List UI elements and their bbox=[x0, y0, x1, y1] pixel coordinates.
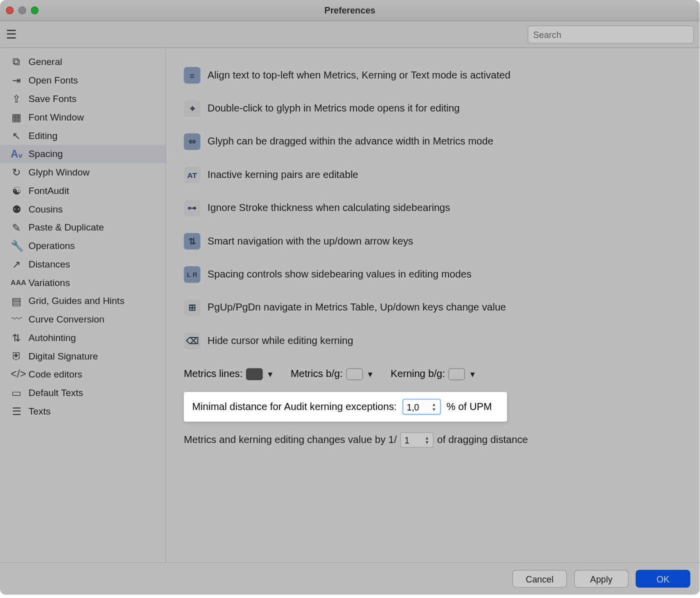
sidebar-item-operations[interactable]: 🔧Operations bbox=[0, 236, 166, 255]
drag-label-post: of dragging distance bbox=[437, 434, 528, 446]
font-window-icon: ▦ bbox=[10, 110, 22, 124]
arrows-updown-icon: ⇅ bbox=[184, 233, 200, 250]
audit-distance-value: 1,0 bbox=[406, 402, 419, 412]
audit-distance-row: Minimal distance for Audit kerning excep… bbox=[184, 392, 507, 422]
sidebar-item-paste-duplicate[interactable]: ✎Paste & Duplicate bbox=[0, 218, 166, 236]
sidebar-item-label: Glyph Window bbox=[28, 167, 90, 178]
option-show-sidebearing[interactable]: L R Spacing controls show sidebearing va… bbox=[184, 260, 682, 289]
default-texts-icon: ▭ bbox=[10, 386, 22, 400]
glyph-window-icon: ↻ bbox=[10, 166, 22, 178]
open-icon: ⇥ bbox=[10, 74, 22, 87]
sidebar-item-label: Texts bbox=[28, 406, 50, 416]
sidebar-item-glyph-window[interactable]: ↻Glyph Window bbox=[0, 163, 166, 182]
option-label: Ignore Stroke thickness when calculating… bbox=[208, 202, 450, 214]
kerning-bg-label: Kerning b/g: bbox=[390, 368, 445, 380]
audit-label-pre: Minimal distance for Audit kerning excep… bbox=[192, 401, 396, 413]
ok-button[interactable]: OK bbox=[636, 570, 690, 588]
pgupdn-icon: ⊞ bbox=[184, 300, 200, 316]
step-up-icon: ▲ bbox=[432, 402, 438, 406]
toolbar: ☰ bbox=[0, 22, 700, 48]
texts-icon: ☰ bbox=[10, 404, 22, 418]
stroke-icon: ⊶ bbox=[184, 200, 200, 216]
search-input[interactable] bbox=[533, 30, 688, 40]
operations-icon: 🔧 bbox=[10, 240, 22, 252]
sidebar-item-font-window[interactable]: ▦Font Window bbox=[0, 108, 166, 126]
stepper[interactable]: ▲▼ bbox=[432, 401, 438, 413]
sidebar-item-label: Grid, Guides and Hints bbox=[28, 296, 124, 306]
option-doubleclick-glyph[interactable]: ⌖ Double-click to glyph in Metrics mode … bbox=[184, 94, 682, 123]
sidebar-item-variations[interactable]: AAAVariations bbox=[0, 274, 166, 292]
body: ⧉General ⇥Open Fonts ⇪Save Fonts ▦Font W… bbox=[0, 48, 700, 562]
sidebar-item-distances[interactable]: ↗Distances bbox=[0, 255, 166, 274]
window-title: Preferences bbox=[0, 6, 700, 16]
sidebar-item-general[interactable]: ⧉General bbox=[0, 53, 166, 72]
footer: Cancel Apply OK bbox=[0, 562, 700, 594]
cancel-button[interactable]: Cancel bbox=[512, 570, 567, 588]
preferences-window: Preferences ☰ ⧉General ⇥Open Fonts ⇪Save… bbox=[0, 0, 700, 595]
option-label: Spacing controls show sidebearing values… bbox=[208, 268, 472, 280]
option-label: Smart navigation with the up/down arrow … bbox=[208, 236, 413, 248]
distances-icon: ↗ bbox=[10, 258, 22, 270]
stepper[interactable]: ▲▼ bbox=[424, 434, 432, 446]
sidebar-item-label: Variations bbox=[28, 277, 70, 288]
metrics-bg-label: Metrics b/g: bbox=[290, 368, 342, 380]
general-icon: ⧉ bbox=[10, 56, 22, 68]
sidebar-item-label: Code editors bbox=[28, 369, 82, 380]
metrics-lines-swatch[interactable] bbox=[246, 368, 262, 380]
sidebar-item-curve-conversion[interactable]: 〰Curve Conversion bbox=[0, 310, 166, 328]
sidebar-item-label: Distances bbox=[28, 259, 70, 270]
sidebar-item-label: Operations bbox=[28, 240, 75, 251]
sidebar-item-fontaudit[interactable]: ☯FontAudit bbox=[0, 182, 166, 200]
drag-ratio-value: 1 bbox=[404, 435, 410, 445]
dropdown-icon[interactable]: ▼ bbox=[469, 370, 476, 378]
sidebar-item-code-editors[interactable]: </>Code editors bbox=[0, 366, 166, 384]
option-hide-cursor[interactable]: ⌫ Hide cursor while editing kerning bbox=[184, 326, 682, 355]
save-icon: ⇪ bbox=[10, 92, 22, 105]
option-pgup-pgdn[interactable]: ⊞ PgUp/PgDn navigate in Metrics Table, U… bbox=[184, 294, 682, 322]
sidebar-item-spacing[interactable]: AᵥSpacing bbox=[0, 144, 166, 163]
apply-button[interactable]: Apply bbox=[574, 570, 628, 588]
option-inactive-kern[interactable]: AT Inactive kerning pairs are editable bbox=[184, 160, 682, 189]
sidebar-item-editing[interactable]: ↖Editing bbox=[0, 126, 166, 145]
search-input-container[interactable] bbox=[528, 26, 694, 44]
sidebar-item-grid-guides[interactable]: ▤Grid, Guides and Hints bbox=[0, 292, 166, 310]
option-ignore-stroke[interactable]: ⊶ Ignore Stroke thickness when calculati… bbox=[184, 194, 682, 222]
option-align-text[interactable]: ≡ Align text to top-left when Metrics, K… bbox=[184, 61, 682, 90]
shield-icon: ⛨ bbox=[10, 350, 22, 362]
sidebar-item-autohinting[interactable]: ⇅Autohinting bbox=[0, 328, 166, 347]
sidebar-item-cousins[interactable]: ⚉Cousins bbox=[0, 200, 166, 218]
sidebar-item-open-fonts[interactable]: ⇥Open Fonts bbox=[0, 71, 166, 90]
metrics-bg-swatch[interactable] bbox=[346, 368, 363, 380]
kerning-bg-swatch[interactable] bbox=[448, 368, 465, 380]
lr-values-icon: L R bbox=[184, 266, 200, 283]
sidebar-item-digital-signature[interactable]: ⛨Digital Signature bbox=[0, 347, 166, 366]
option-label: PgUp/PgDn navigate in Metrics Table, Up/… bbox=[208, 302, 506, 314]
paste-icon: ✎ bbox=[10, 221, 22, 234]
drag-label-pre: Metrics and kerning editing changes valu… bbox=[184, 434, 397, 446]
step-down-icon: ▼ bbox=[424, 440, 432, 444]
drag-ratio-row: Metrics and kerning editing changes valu… bbox=[184, 432, 682, 448]
sidebar-item-default-texts[interactable]: ▭Default Texts bbox=[0, 384, 166, 402]
option-label: Glyph can be dragged within the advance … bbox=[208, 136, 494, 148]
align-left-icon: ≡ bbox=[184, 67, 200, 84]
option-label: Double-click to glyph in Metrics mode op… bbox=[208, 102, 460, 114]
sidebar-item-label: Default Texts bbox=[28, 388, 83, 398]
sidebar-item-label: Curve Conversion bbox=[28, 314, 104, 324]
sidebar-item-save-fonts[interactable]: ⇪Save Fonts bbox=[0, 90, 166, 108]
option-smart-nav[interactable]: ⇅ Smart navigation with the up/down arro… bbox=[184, 227, 682, 256]
audit-distance-input[interactable]: 1,0 ▲▼ bbox=[402, 399, 440, 414]
dropdown-icon[interactable]: ▼ bbox=[366, 370, 374, 378]
sidebar-item-texts[interactable]: ☰Texts bbox=[0, 402, 166, 420]
option-label: Hide cursor while editing kerning bbox=[208, 335, 353, 347]
option-label: Align text to top-left when Metrics, Ker… bbox=[208, 70, 510, 82]
option-drag-advance[interactable]: ⇔ Glyph can be dragged within the advanc… bbox=[184, 128, 682, 156]
menu-icon[interactable]: ☰ bbox=[6, 28, 16, 42]
spacing-icon: Aᵥ bbox=[10, 148, 22, 160]
curve-icon: 〰 bbox=[10, 313, 22, 326]
sidebar-item-label: Digital Signature bbox=[28, 351, 98, 362]
sidebar: ⧉General ⇥Open Fonts ⇪Save Fonts ▦Font W… bbox=[0, 48, 166, 562]
dropdown-icon[interactable]: ▼ bbox=[266, 370, 274, 378]
at-icon: AT bbox=[184, 166, 200, 183]
sidebar-item-label: General bbox=[28, 56, 62, 67]
drag-ratio-input[interactable]: 1 ▲▼ bbox=[400, 432, 434, 448]
